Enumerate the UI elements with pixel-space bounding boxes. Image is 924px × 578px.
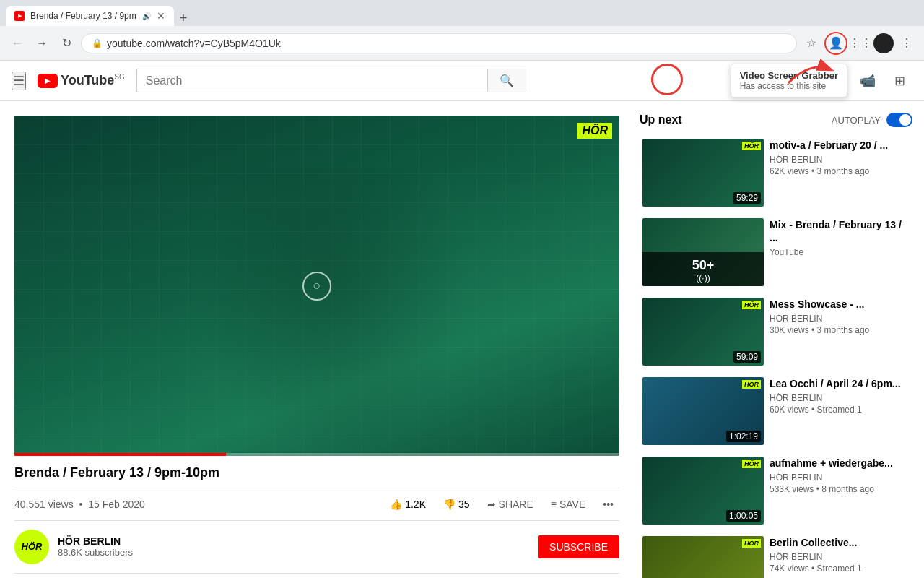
- thumb-duration-1: 59:29: [733, 192, 761, 204]
- sidebar-thumb-3: HÖR 59:09: [642, 298, 764, 366]
- youtube-app: ☰ ▶ YouTubeSG 🔍 📹 ⊞: [0, 61, 924, 578]
- youtube-country: SG: [114, 73, 124, 81]
- sidebar-thumb-4: HÖR 1:02:19: [642, 377, 764, 445]
- hor-badge-3: HÖR: [742, 301, 761, 309]
- header-right: 📹 ⊞: [855, 68, 912, 94]
- browser-window: Brenda / February 13 / 9pm 🔊 ✕ + ← → ↻ 🔒…: [0, 0, 924, 578]
- subscribe-button[interactable]: SUBSCRIBE: [538, 535, 619, 558]
- tab-favicon: [14, 11, 25, 21]
- video-overlay: ○: [14, 116, 619, 456]
- save-icon: ≡: [551, 499, 557, 510]
- back-button[interactable]: ←: [7, 33, 27, 53]
- thumb-duration-3: 59:09: [733, 351, 761, 363]
- sidebar-thumb-2: 50+ ((·)): [642, 218, 764, 286]
- share-icon: ➦: [487, 499, 496, 510]
- profile-button[interactable]: [873, 33, 894, 53]
- hor-badge-1: HÖR: [742, 142, 761, 150]
- sv-channel-6: HÖR BERLIN: [770, 552, 910, 562]
- sidebar-video-item[interactable]: HÖR 59:29 motiv-a / February 20 / ... HÖ…: [640, 136, 912, 210]
- search-input[interactable]: [136, 69, 487, 92]
- sv-meta-4: 60K views • Streamed 1: [770, 405, 910, 415]
- bookmark-button[interactable]: ☆: [801, 33, 821, 53]
- sidebar-video-info-3: Mess Showcase - ... HÖR BERLIN 30K views…: [770, 298, 910, 366]
- sidebar-thumb-1: HÖR 59:29: [642, 139, 764, 207]
- sidebar-video-info-1: motiv-a / February 20 / ... HÖR BERLIN 6…: [770, 139, 910, 207]
- youtube-logo-text: YouTubeSG: [61, 73, 125, 88]
- sv-meta-1: 62K views • 3 months ago: [770, 166, 910, 176]
- sidebar-video-info-4: Lea Occhi / April 24 / 6pm... HÖR BERLIN…: [770, 377, 910, 445]
- video-progress-fill: [14, 453, 226, 456]
- video-info: Brenda / February 13 / 9pm-10pm 40,551 v…: [14, 456, 619, 578]
- sidebar: Up next AUTOPLAY HÖR 59:29: [634, 101, 924, 578]
- sv-title-6: Berlin Collective...: [770, 536, 910, 549]
- sidebar-video-item-6[interactable]: HÖR 1:04:19 Berlin Collective... HÖR BER…: [640, 533, 912, 578]
- sv-title-2: Mix - Brenda / February 13 / ...: [770, 218, 910, 244]
- sidebar-video-item-3[interactable]: HÖR 59:09 Mess Showcase - ... HÖR BERLIN…: [640, 295, 912, 368]
- channel-info: HÖR BERLIN 88.6K subscribers: [58, 535, 538, 558]
- sv-youtube-2: YouTube: [770, 247, 910, 257]
- autoplay-label: AUTOPLAY: [832, 115, 881, 126]
- sv-title-5: aufnahme + wiedergabe...: [770, 457, 910, 470]
- like-button[interactable]: 👍 1.2K: [384, 494, 432, 514]
- autoplay-row: AUTOPLAY: [832, 113, 912, 127]
- new-tab-button[interactable]: +: [174, 11, 193, 26]
- video-views-date: 40,551 views • 15 Feb 2020: [14, 499, 145, 510]
- video-meta-row: 40,551 views • 15 Feb 2020 👍 1.2K 👎: [14, 488, 619, 521]
- save-button[interactable]: ≡ SAVE: [545, 494, 591, 514]
- sv-meta-6: 74K views • Streamed 1: [770, 564, 910, 574]
- tab-close-button[interactable]: ✕: [157, 10, 165, 22]
- sidebar-video-item-4[interactable]: HÖR 1:02:19 Lea Occhi / April 24 / 6pm..…: [640, 374, 912, 448]
- video-actions: 👍 1.2K 👎 35 ➦ SHARE: [384, 494, 619, 514]
- browser-tabs: Brenda / February 13 / 9pm 🔊 ✕ +: [0, 0, 924, 26]
- channel-row: HÖR HÖR BERLIN 88.6K subscribers SUBSCRI…: [14, 521, 619, 574]
- sidebar-video-info-6: Berlin Collective... HÖR BERLIN 74K view…: [770, 536, 910, 578]
- tab-search-button[interactable]: ⋮⋮: [850, 33, 871, 53]
- hor-watermark: HÖR: [578, 123, 612, 139]
- video-player[interactable]: ○ HÖR: [14, 116, 619, 456]
- youtube-logo[interactable]: ▶ YouTubeSG: [38, 73, 125, 88]
- sidebar-video-info-2: Mix - Brenda / February 13 / ... YouTube: [770, 218, 910, 286]
- more-actions-button[interactable]: •••: [597, 494, 619, 514]
- upload-icon: 📹: [860, 73, 876, 89]
- active-tab[interactable]: Brenda / February 13 / 9pm 🔊 ✕: [6, 6, 174, 26]
- sidebar-video-item-5[interactable]: HÖR 1:00:05 aufnahme + wiedergabe... HÖR…: [640, 454, 912, 527]
- forward-button[interactable]: →: [32, 33, 52, 53]
- sv-channel-4: HÖR BERLIN: [770, 393, 910, 403]
- sidebar-video-info-5: aufnahme + wiedergabe... HÖR BERLIN 533K…: [770, 457, 910, 525]
- hamburger-menu[interactable]: ☰: [12, 72, 26, 90]
- sv-title-3: Mess Showcase - ...: [770, 298, 910, 311]
- apps-button[interactable]: ⊞: [886, 68, 912, 94]
- menu-button[interactable]: ⋮: [897, 33, 917, 53]
- video-screen-grabber-button[interactable]: [824, 32, 847, 55]
- video-player-inner: ○ HÖR: [14, 116, 619, 456]
- up-next-header: Up next AUTOPLAY: [640, 113, 912, 127]
- browser-actions: ☆ Vid: [801, 32, 917, 55]
- sv-meta-3: 30K views • 3 months ago: [770, 325, 910, 335]
- hor-badge-4: HÖR: [742, 380, 761, 389]
- wave-icon: ((·)): [645, 273, 761, 283]
- sidebar-video-item-2[interactable]: 50+ ((·)) Mix - Brenda / February 13 / .…: [640, 215, 912, 289]
- sv-title-4: Lea Occhi / April 24 / 6pm...: [770, 377, 910, 390]
- address-bar[interactable]: 🔒 youtube.com/watch?v=CyB5pM4O1Uk: [81, 33, 797, 53]
- sv-channel-1: HÖR BERLIN: [770, 155, 910, 165]
- thumb-duration-5: 1:00:05: [726, 510, 761, 522]
- dislike-button[interactable]: 👎 35: [437, 494, 476, 514]
- share-button[interactable]: ➦ SHARE: [481, 494, 539, 514]
- channel-subs: 88.6K subscribers: [58, 547, 538, 558]
- reload-button[interactable]: ↻: [56, 33, 77, 53]
- lock-icon: 🔒: [92, 38, 103, 48]
- sidebar-thumb-6: HÖR 1:04:19: [642, 536, 764, 578]
- video-progress-bar: [14, 453, 619, 456]
- youtube-logo-icon: ▶: [38, 74, 58, 88]
- listeners-badge: 50+ ((·)): [642, 252, 764, 286]
- up-next-label: Up next: [640, 113, 682, 126]
- upload-button[interactable]: 📹: [855, 68, 881, 94]
- apps-icon: ⊞: [894, 73, 905, 89]
- url-text: youtube.com/watch?v=CyB5pM4O1Uk: [107, 38, 281, 49]
- channel-name: HÖR BERLIN: [58, 535, 538, 547]
- search-button[interactable]: 🔍: [487, 69, 526, 92]
- dislike-icon: 👎: [443, 499, 456, 510]
- video-center-icon: ○: [302, 272, 331, 301]
- sidebar-thumb-5: HÖR 1:00:05: [642, 457, 764, 525]
- autoplay-toggle[interactable]: [886, 113, 912, 127]
